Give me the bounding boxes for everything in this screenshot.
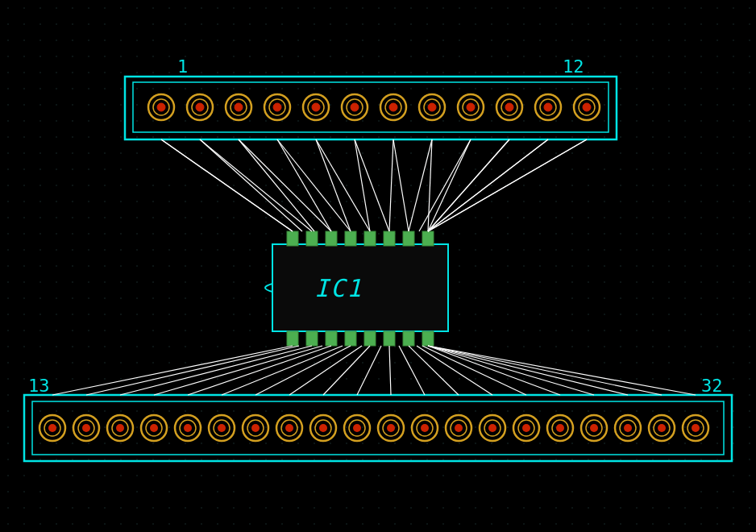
- svg-rect-55: [384, 331, 395, 346]
- svg-point-110: [455, 424, 463, 432]
- svg-point-131: [692, 424, 700, 432]
- svg-point-89: [218, 424, 226, 432]
- bottom-label-32: 32: [701, 376, 723, 396]
- svg-point-119: [556, 424, 564, 432]
- svg-rect-52: [326, 331, 337, 346]
- svg-point-28: [428, 103, 436, 111]
- svg-rect-53: [345, 331, 356, 346]
- svg-point-101: [353, 424, 361, 432]
- svg-point-16: [273, 103, 281, 111]
- svg-point-13: [235, 103, 243, 111]
- svg-rect-54: [364, 331, 376, 346]
- svg-point-116: [522, 424, 530, 432]
- svg-rect-45: [345, 231, 356, 246]
- svg-point-95: [285, 424, 293, 432]
- svg-rect-51: [306, 331, 318, 346]
- svg-point-10: [196, 103, 204, 111]
- svg-point-107: [421, 424, 429, 432]
- svg-rect-46: [364, 231, 376, 246]
- svg-point-25: [389, 103, 397, 111]
- svg-rect-44: [326, 231, 337, 246]
- svg-point-125: [624, 424, 632, 432]
- top-label-1: 1: [177, 56, 188, 77]
- svg-point-19: [312, 103, 320, 111]
- bottom-label-13: 13: [28, 376, 50, 396]
- svg-rect-49: [422, 231, 434, 246]
- svg-rect-48: [403, 231, 414, 246]
- svg-rect-57: [422, 331, 434, 346]
- svg-point-98: [319, 424, 327, 432]
- svg-point-83: [150, 424, 158, 432]
- svg-point-31: [467, 103, 475, 111]
- svg-point-37: [544, 103, 552, 111]
- svg-point-7: [157, 103, 165, 111]
- svg-point-77: [82, 424, 90, 432]
- svg-point-128: [658, 424, 666, 432]
- ic-label: IC1: [314, 274, 363, 302]
- svg-point-40: [583, 103, 591, 111]
- svg-point-122: [590, 424, 598, 432]
- svg-point-80: [116, 424, 124, 432]
- svg-rect-50: [287, 331, 298, 346]
- svg-rect-43: [306, 231, 318, 246]
- svg-point-34: [505, 103, 513, 111]
- svg-point-113: [488, 424, 496, 432]
- pcb-canvas: 1 12: [0, 0, 756, 532]
- svg-point-22: [351, 103, 359, 111]
- schematic-svg: 1 12: [0, 0, 756, 532]
- svg-point-74: [48, 424, 56, 432]
- svg-point-86: [184, 424, 192, 432]
- svg-rect-47: [384, 231, 395, 246]
- svg-rect-42: [287, 231, 298, 246]
- svg-rect-56: [403, 331, 414, 346]
- svg-point-92: [251, 424, 260, 432]
- top-label-12: 12: [563, 56, 584, 77]
- svg-point-104: [387, 424, 395, 432]
